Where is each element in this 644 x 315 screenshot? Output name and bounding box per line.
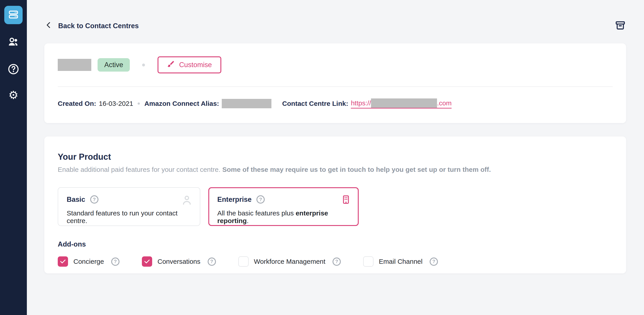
check-icon [144,258,150,265]
contact-centre-link[interactable]: https:// .com [351,98,452,108]
addons-title: Add-ons [58,240,613,248]
plan-options: Basic ? Standard features to run your co… [58,187,613,226]
plan-card-enterprise[interactable]: Enterprise ? All the basic features plus… [208,187,359,226]
back-link-label: Back to Contact Centres [58,22,139,30]
card-divider [58,86,613,87]
help-icon[interactable]: ? [256,195,265,204]
chevron-left-icon [44,21,53,31]
contact-centre-name-redacted [58,59,91,71]
gear-icon: ⚙ [8,90,18,101]
help-circle-icon [8,63,20,76]
addon-label: Workforce Management [254,258,326,265]
your-product-subtitle: Enable additional paid features for your… [58,166,613,174]
help-icon[interactable]: ? [90,195,98,204]
back-to-contact-centres-link[interactable]: Back to Contact Centres [44,21,139,31]
desc-prefix: All the basic features plus [217,210,296,217]
addon-workforce-management: Workforce Management ? [238,256,341,267]
server-stack-icon [8,9,19,21]
alias-value-redacted [222,99,272,108]
workforce-management-checkbox[interactable] [238,256,248,267]
plan-description-basic: Standard features to run your contact ce… [67,210,191,224]
plan-name-enterprise: Enterprise [217,196,252,204]
your-product-card: Your Product Enable additional paid feat… [44,136,626,274]
help-icon[interactable]: ? [332,258,341,266]
sidebar: ⚙ [0,0,27,315]
help-icon[interactable]: ? [430,258,438,266]
plan-name-basic: Basic [67,196,85,204]
addon-label: Email Channel [379,258,422,265]
customise-button-label: Customise [179,61,212,69]
conversations-checkbox[interactable] [142,256,152,267]
concierge-checkbox[interactable] [58,256,68,267]
subtitle-bold: Some of these may require us to get in t… [222,166,491,173]
users-icon [7,36,20,49]
addon-concierge: Concierge ? [58,256,120,267]
created-on-label: Created On: [58,100,96,108]
archive-button[interactable] [614,20,626,32]
topbar: Back to Contact Centres [44,20,626,32]
archive-box-icon [614,20,626,32]
desc-suffix: . [247,217,248,224]
link-prefix: https:// [351,99,371,107]
addons-row: Concierge ? Conversations ? Workforce Ma… [58,256,613,267]
created-on-value: 16-03-2021 [99,100,133,108]
separator-dot [138,102,140,105]
sidebar-item-help[interactable] [0,63,27,76]
your-product-title: Your Product [58,152,613,162]
plan-title-row: Enterprise ? [217,195,350,204]
contact-centre-title-row: Active Customise [58,56,613,74]
help-icon[interactable]: ? [111,258,120,266]
main-content: Back to Contact Centres Active [27,20,644,274]
link-suffix: .com [437,99,452,107]
sidebar-item-users[interactable] [0,36,27,49]
sidebar-item-contact-centres[interactable] [4,6,22,24]
sidebar-item-settings[interactable]: ⚙ [0,90,27,101]
customise-button[interactable]: Customise [158,56,221,74]
addon-email-channel: Email Channel ? [363,256,438,267]
check-icon [60,258,66,265]
plan-description-enterprise: All the basic features plus enterprise r… [217,210,350,224]
contact-centre-card: Active Customise Created On: 16-03-2021 … [44,44,626,123]
addon-label: Concierge [74,258,104,265]
status-badge: Active [98,58,130,72]
person-icon [180,194,193,206]
email-channel-checkbox[interactable] [363,256,374,267]
separator-dot [142,64,145,66]
plan-card-basic[interactable]: Basic ? Standard features to run your co… [58,187,200,226]
plan-title-row: Basic ? [67,195,191,204]
contact-centre-link-label: Contact Centre Link: [282,100,348,108]
link-redacted [371,98,437,108]
addon-conversations: Conversations ? [142,256,216,267]
subtitle-normal: Enable additional paid features for your… [58,166,222,173]
paintbrush-icon [167,60,175,70]
amazon-connect-alias-label: Amazon Connect Alias: [144,100,219,108]
addon-label: Conversations [158,258,200,265]
building-icon [341,194,351,205]
contact-centre-meta-row: Created On: 16-03-2021 Amazon Connect Al… [58,98,613,108]
help-icon[interactable]: ? [208,258,216,266]
